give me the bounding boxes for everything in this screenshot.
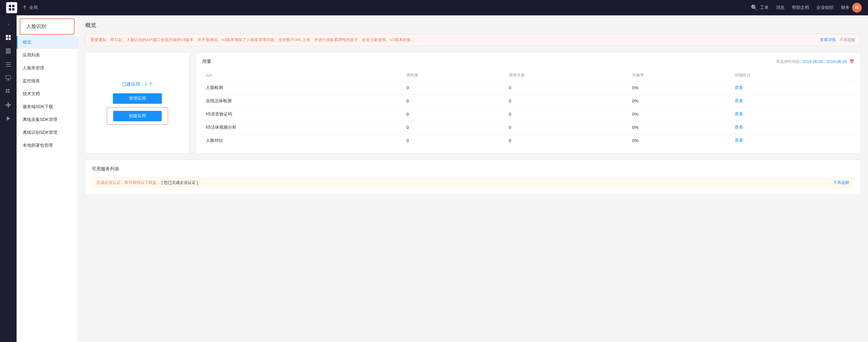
date-prefix: 请选择时间段 [776, 59, 800, 64]
svg-rect-7 [8, 38, 11, 40]
search-icon[interactable]: 🔍 [751, 4, 757, 11]
table-row: 人脸检测 0 0 0% 查看 [202, 81, 854, 94]
cell-link[interactable]: 查看 [731, 134, 854, 147]
avatar[interactable]: 喝 [852, 3, 862, 12]
cell-calls: 0 [403, 134, 505, 147]
nav-sidebar-title: 人脸识别 [20, 19, 74, 35]
col-calls: 调用量 [403, 69, 505, 81]
sidebar-item-local-deploy[interactable]: 本地部署包管理 [17, 139, 78, 152]
cell-failures: 0 [505, 94, 628, 108]
svg-rect-17 [6, 89, 7, 91]
svg-rect-1 [12, 5, 14, 7]
region-selector[interactable]: 📍 全局 [22, 5, 38, 10]
nav-finance[interactable]: 财务 [841, 5, 849, 10]
usage-card: 用量 请选择时间段 2019-06-26 - 2019-06-26 📅 API … [196, 52, 861, 153]
sidebar-icon-play[interactable] [3, 113, 14, 124]
svg-rect-5 [8, 35, 11, 37]
cell-rate: 0% [628, 94, 731, 108]
page-title: 概览 [85, 22, 861, 29]
sidebar-item-offline-recognize-sdk[interactable]: 离线识别SDK管理 [17, 126, 78, 139]
cell-link[interactable]: 查看 [731, 94, 854, 108]
notice-view-details[interactable]: 查看详情 [820, 37, 836, 43]
sidebar-item-server-sdk[interactable]: 服务端SDK下载 [17, 101, 78, 113]
cell-rate: 0% [628, 121, 731, 134]
region-label: 全局 [29, 5, 38, 10]
svg-rect-20 [8, 91, 9, 93]
nav-org[interactable]: 企业组织 [816, 5, 834, 10]
cell-failures: 0 [505, 108, 628, 121]
sidebar-item-tech-docs[interactable]: 技术文档 [17, 87, 78, 101]
services-dismiss[interactable]: 不再提醒 [833, 180, 849, 186]
sidebar-icon-monitor[interactable] [3, 73, 14, 84]
cell-link[interactable]: 查看 [731, 81, 854, 94]
cell-calls: 0 [403, 121, 505, 134]
col-stats: 详细统计 [731, 69, 854, 81]
app-card: 已建应用：1 个 管理应用 创建应用 [85, 52, 190, 153]
cell-calls: 0 [403, 94, 505, 108]
cell-calls: 0 [403, 81, 505, 94]
svg-rect-10 [6, 52, 11, 53]
services-notice-text: 完成企业认证，即可获得以下权益： [ 您已完成企业认证 ] [97, 180, 198, 186]
svg-rect-8 [6, 49, 11, 50]
cell-rate: 0% [628, 81, 731, 94]
cell-failures: 0 [505, 134, 628, 147]
nav-workorder[interactable]: 工单 [760, 5, 769, 10]
sidebar-item-face-db[interactable]: 人脸库管理 [17, 62, 78, 75]
nav-help-docs[interactable]: 帮助文档 [792, 5, 809, 10]
svg-rect-0 [9, 5, 11, 7]
svg-rect-2 [9, 8, 11, 10]
cell-rate: 0% [628, 108, 731, 121]
cell-link[interactable]: 查看 [731, 108, 854, 121]
svg-rect-4 [6, 35, 8, 37]
notice-bar: 重要通知：即日起，人脸识别的API接口全面升级到V3版本，并开放测试。V3版本增… [85, 34, 861, 46]
sidebar-item-app-list[interactable]: 应用列表 [17, 49, 78, 62]
notice-text: 重要通知：即日起，人脸识别的API接口全面升级到V3版本，并开放测试。V3版本增… [91, 37, 815, 43]
svg-rect-12 [6, 64, 11, 65]
sidebar-icon-apps[interactable] [3, 86, 14, 97]
cell-api: 人脸对比 [202, 134, 403, 147]
sidebar-item-monitor[interactable]: 监控报表 [17, 75, 78, 87]
app-count-number: 1 [145, 81, 147, 87]
cell-api: 在线活体检测 [202, 94, 403, 108]
table-row: 在线活体检测 0 0 0% 查看 [202, 94, 854, 108]
col-rate: 失败率 [628, 69, 731, 81]
header-nav: 工单 消息 帮助文档 企业组织 财务 [760, 5, 849, 10]
sidebar-icon-grid2[interactable] [3, 46, 14, 56]
svg-rect-14 [6, 76, 11, 79]
create-app-box: 创建应用 [107, 108, 168, 125]
cell-api: h5活体视频分析 [202, 121, 403, 134]
sidebar-icon-cross[interactable] [3, 99, 14, 111]
body: › 人脸识别 概览 应用列表 人脸库管理 监控报表 技术文档 服务端SDK下载 [0, 16, 868, 342]
logo[interactable] [6, 2, 17, 13]
usage-title: 用量 [202, 59, 211, 64]
sidebar-icon-list[interactable] [3, 59, 14, 70]
date-range[interactable]: 2019-06-26 - 2019-06-26 [802, 59, 847, 64]
nav-sidebar: 人脸识别 概览 应用列表 人脸库管理 监控报表 技术文档 服务端SDK下载 离线… [17, 16, 78, 342]
cell-rate: 0% [628, 134, 731, 147]
svg-rect-22 [6, 104, 11, 106]
cell-calls: 0 [403, 108, 505, 121]
app-count-suffix: 个 [147, 81, 153, 87]
sidebar-icon-dashboard[interactable] [3, 32, 14, 43]
services-notice-highlight: 完成企业认证，即可获得以下权益： [97, 180, 160, 185]
svg-rect-11 [6, 62, 11, 63]
calendar-icon[interactable]: 📅 [849, 59, 854, 64]
manage-app-button[interactable]: 管理应用 [113, 93, 162, 104]
table-row: h5语音验证码 0 0 0% 查看 [202, 108, 854, 121]
sidebar-item-overview[interactable]: 概览 [17, 36, 78, 49]
sidebar-toggle[interactable]: › [3, 19, 14, 29]
svg-marker-23 [7, 116, 10, 121]
create-app-button[interactable]: 创建应用 [113, 111, 162, 121]
nav-messages[interactable]: 消息 [776, 5, 784, 10]
services-section: 可用服务列表 完成企业认证，即可获得以下权益： [ 您已完成企业认证 ] 不再提… [85, 160, 861, 195]
sidebar-item-offline-collect-sdk[interactable]: 离线采集SDK管理 [17, 113, 78, 126]
notice-dismiss[interactable]: 不再提醒 [839, 37, 856, 43]
date-selector[interactable]: 请选择时间段 2019-06-26 - 2019-06-26 📅 [776, 59, 854, 64]
svg-rect-9 [6, 50, 11, 52]
services-notice-bracket: [ 您已完成企业认证 ] [162, 180, 198, 185]
main-content: 概览 重要通知：即日起，人脸识别的API接口全面升级到V3版本，并开放测试。V3… [78, 16, 868, 342]
two-col-layout: 已建应用：1 个 管理应用 创建应用 用量 请选择时间段 2019-06-26 … [85, 52, 861, 153]
cell-link[interactable]: 查看 [731, 121, 854, 134]
svg-rect-19 [6, 91, 7, 93]
services-title: 可用服务列表 [92, 166, 854, 172]
